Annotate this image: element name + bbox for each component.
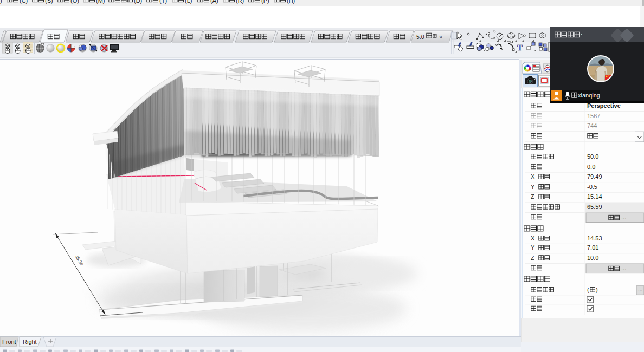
svg-text:): ): [0, 0, 2, 4]
svg-text:T: T: [517, 43, 523, 52]
svg-text:79.49: 79.49: [587, 173, 602, 180]
svg-text:(T): (T): [159, 0, 167, 4]
svg-text:(R): (R): [236, 0, 244, 4]
svg-text:...: ...: [621, 265, 626, 271]
svg-text:(L): (L): [185, 0, 192, 4]
svg-text:(: (: [587, 286, 589, 293]
svg-text:65.59: 65.59: [587, 204, 602, 210]
svg-text:0.0: 0.0: [587, 164, 595, 170]
svg-text:(D): (D): [134, 0, 142, 4]
svg-text:(H): (H): [287, 0, 295, 4]
svg-text:Z: Z: [531, 193, 534, 200]
svg-text:5.0: 5.0: [416, 34, 424, 40]
svg-text:1567: 1567: [587, 113, 600, 119]
svg-text:(C): (C): [20, 0, 28, 4]
svg-text:7.01: 7.01: [587, 244, 598, 251]
svg-text:Y: Y: [531, 184, 535, 190]
svg-text:): ): [596, 286, 598, 293]
svg-text:14.53: 14.53: [587, 235, 602, 242]
svg-text:(O): (O): [70, 0, 79, 4]
svg-text:Y: Y: [531, 244, 535, 251]
svg-text:744: 744: [587, 122, 597, 129]
svg-text:X: X: [531, 235, 535, 242]
svg-text:Z: Z: [531, 255, 534, 261]
svg-text:15.14: 15.14: [587, 193, 602, 200]
svg-text:10.0: 10.0: [587, 255, 598, 261]
svg-text:Front: Front: [2, 338, 16, 345]
svg-text::: :: [581, 32, 582, 38]
svg-text:50.0: 50.0: [587, 153, 598, 160]
svg-text:(M): (M): [96, 0, 105, 4]
svg-text:Right: Right: [23, 338, 37, 345]
svg-text:xianqing: xianqing: [578, 92, 600, 99]
svg-text:...: ...: [621, 214, 626, 220]
svg-text:(A): (A): [210, 0, 218, 4]
svg-text:(S): (S): [45, 0, 53, 4]
svg-text:»: »: [439, 34, 442, 40]
svg-text:X: X: [531, 173, 535, 180]
svg-text:(P): (P): [261, 0, 269, 4]
svg-text:...: ...: [638, 286, 642, 292]
svg-text:-0.5: -0.5: [587, 184, 597, 190]
